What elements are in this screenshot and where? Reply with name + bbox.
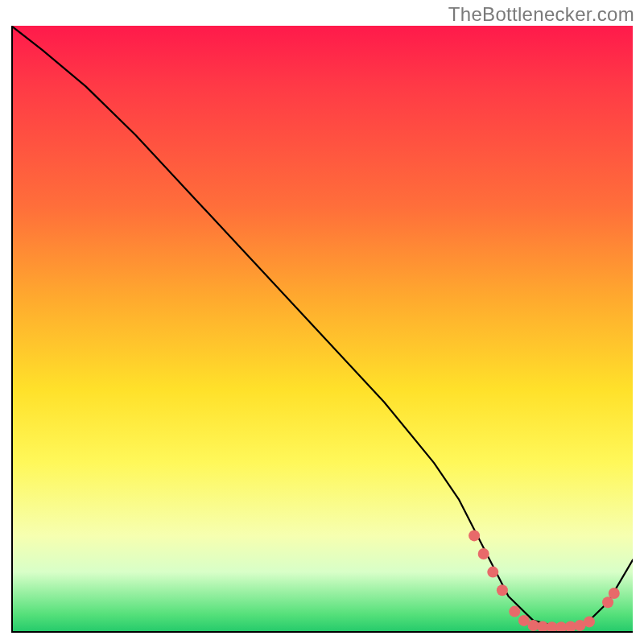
data-marker [487,567,498,578]
data-marker [478,548,489,559]
chart-root: TheBottlenecker.com [0,0,644,644]
bottleneck-curve [11,26,633,627]
watermark-text: TheBottlenecker.com [448,3,634,26]
data-marker [509,606,520,617]
data-marker [584,616,595,627]
data-marker [469,530,480,541]
plot-area [11,26,633,633]
data-marker [497,584,508,596]
curve-layer [11,26,633,633]
data-marker [609,588,620,599]
